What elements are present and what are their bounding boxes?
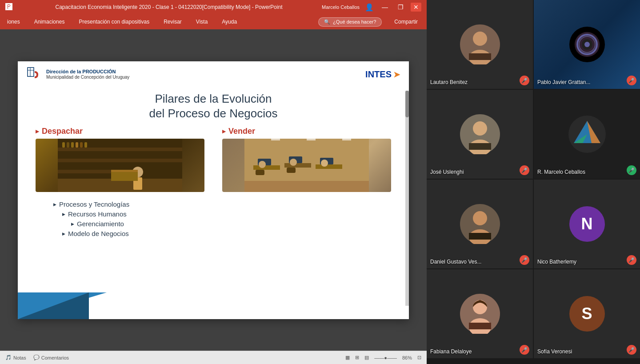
ribbon-tab-presentacion[interactable]: Presentación con diapositivas: [75, 17, 153, 27]
avatar-jose: [460, 114, 500, 154]
participant-tile-fabiana[interactable]: Fabiana Delaloye 🎤: [427, 269, 533, 358]
mute-indicator-lautaro: 🎤: [520, 76, 529, 85]
bullet-2: Gerenciamiento: [53, 220, 373, 228]
share-button[interactable]: Compartir: [389, 17, 423, 27]
search-icon: 🔍: [324, 19, 330, 25]
svg-rect-38: [469, 53, 491, 60]
mute-indicator-jose: 🎤: [520, 165, 529, 175]
participant-tile-lautaro[interactable]: Lautaro Benitez 🎤: [427, 0, 533, 89]
svg-point-29: [290, 159, 297, 166]
avatar-fabiana: [460, 294, 500, 334]
scrollbar-thumb[interactable]: [405, 91, 409, 117]
svg-rect-33: [342, 139, 351, 140]
participant-tile-sofia[interactable]: S Sofía Veronesi 🎤: [534, 269, 640, 358]
video-grid: Lautaro Benitez 🎤 Pablo Javier Grattan..…: [427, 0, 640, 364]
close-button[interactable]: ✕: [411, 3, 421, 12]
user-name: Marcelo Ceballos: [322, 4, 360, 10]
slide-title: Pilares de la Evolución del Proceso de N…: [18, 86, 409, 125]
window-title: Capacitacion Economia Inteligente 2020 -…: [16, 4, 322, 10]
notes-icon: 🎵: [5, 355, 12, 360]
comments-item[interactable]: 💬 Comentarios: [33, 355, 69, 360]
logo-left: Dirección de la PRODUCCIÓN Municipalidad…: [27, 67, 129, 83]
participant-name-daniel: Daniel Gustavo Ves...: [430, 259, 481, 265]
ribbon-tab-ayuda[interactable]: Ayuda: [218, 17, 240, 27]
svg-rect-32: [307, 139, 316, 140]
svg-rect-22: [316, 164, 342, 169]
participant-name-nico: Nico Batherlemy: [537, 259, 576, 265]
participant-name-marcelo: R. Marcelo Ceballos: [537, 169, 585, 175]
ribbon: iones Animaciones Presentación con diapo…: [0, 14, 427, 29]
svg-rect-7: [58, 170, 111, 173]
bullet-1: Recursos Humanos: [53, 210, 373, 218]
notes-item[interactable]: 🎵 Notas: [5, 355, 26, 360]
ribbon-search-box[interactable]: 🔍 ¿Qué desea hacer?: [318, 17, 382, 27]
comments-label: Comentarios: [41, 355, 69, 360]
svg-rect-0: [27, 67, 43, 83]
cdu-icon: [27, 67, 43, 83]
svg-rect-11: [76, 142, 78, 148]
svg-point-30: [321, 160, 328, 167]
obs-logo: [569, 27, 605, 62]
bullet-0: Procesos y Tecnologías: [53, 200, 373, 208]
svg-rect-21: [284, 163, 311, 168]
svg-point-45: [473, 121, 487, 136]
ribbon-tab-iones[interactable]: iones: [4, 17, 24, 27]
window-controls[interactable]: — ❐ ✕: [379, 3, 421, 12]
svg-rect-6: [58, 159, 182, 162]
participant-tile-marcelo[interactable]: R. Marcelo Ceballos 🎤: [534, 90, 640, 179]
mute-indicator-fabiana: 🎤: [520, 345, 529, 355]
participant-name-sofia: Sofía Veronesi: [537, 348, 572, 355]
svg-rect-13: [84, 142, 87, 148]
intes-arrow-icon: ➤: [393, 70, 400, 80]
slide-decoration: [18, 292, 107, 319]
svg-rect-26: [256, 170, 264, 175]
org-text: Dirección de la PRODUCCIÓN Municipalidad…: [46, 69, 129, 80]
svg-point-42: [584, 42, 590, 47]
svg-point-53: [473, 211, 487, 225]
participant-name-lautaro: Lautaro Benitez: [430, 79, 468, 85]
participant-name-fabiana: Fabiana Delaloye: [430, 348, 472, 355]
minimize-button[interactable]: —: [379, 3, 391, 12]
svg-rect-47: [469, 143, 491, 150]
user-icon: 👤: [365, 3, 374, 12]
view-slide-icon[interactable]: ⊞: [355, 355, 359, 360]
participant-tile-jose[interactable]: José Uslenghi 🎤: [427, 90, 533, 179]
participant-name-jose: José Uslenghi: [430, 169, 464, 175]
svg-rect-27: [287, 168, 296, 173]
ribbon-tab-animaciones[interactable]: Animaciones: [31, 17, 68, 27]
slide-col-vender: Vender: [222, 127, 391, 192]
statusbar-right: ▦ ⊞ ▤ ——●—— 86% ⊡: [345, 355, 421, 360]
bullet-3: Modelo de Negocios: [53, 230, 373, 237]
restore-button[interactable]: ❐: [395, 3, 406, 12]
store-image-svg: [36, 139, 204, 192]
slide-col-despachar: Despachar: [36, 127, 204, 192]
slide: Dirección de la PRODUCCIÓN Municipalidad…: [18, 61, 409, 319]
avatar-sofia: S: [569, 296, 605, 332]
svg-rect-18: [111, 170, 138, 172]
search-placeholder: ¿Qué desea hacer?: [333, 19, 376, 24]
ribbon-tab-revisar[interactable]: Revisar: [160, 17, 185, 27]
svg-rect-17: [111, 172, 138, 181]
mute-indicator-daniel: 🎤: [520, 255, 529, 265]
participant-tile-nico[interactable]: N Nico Batherlemy 🎤: [534, 180, 640, 268]
svg-rect-9: [67, 142, 69, 148]
participant-tile-pablo[interactable]: Pablo Javier Grattan... 🎤: [534, 0, 640, 89]
col2-heading: Vender: [222, 127, 391, 136]
view-normal-icon[interactable]: ▦: [345, 355, 350, 360]
zoom-slider[interactable]: ——●——: [374, 355, 397, 360]
avatar-daniel: [460, 204, 500, 244]
office-image-svg: [222, 139, 391, 192]
slide-area: Dirección de la PRODUCCIÓN Municipalidad…: [0, 29, 427, 351]
obs-logo-svg: [574, 31, 600, 58]
slide-two-columns: Despachar: [18, 125, 409, 194]
participant-tile-daniel[interactable]: Daniel Gustavo Ves... 🎤: [427, 180, 533, 268]
slide-scrollbar[interactable]: [405, 91, 409, 306]
fit-icon[interactable]: ⊡: [417, 355, 421, 360]
participant-name-pablo: Pablo Javier Grattan...: [537, 79, 590, 85]
view-reading-icon[interactable]: ▤: [364, 355, 369, 360]
mute-indicator-sofia: 🎤: [627, 345, 636, 355]
deco-triangle-2: [18, 292, 89, 319]
powerpoint-window: 🅿 Capacitacion Economia Inteligente 2020…: [0, 0, 427, 364]
ribbon-tab-vista[interactable]: Vista: [192, 17, 211, 27]
slide-bullets: Procesos y Tecnologías Recursos Humanos …: [18, 194, 409, 243]
